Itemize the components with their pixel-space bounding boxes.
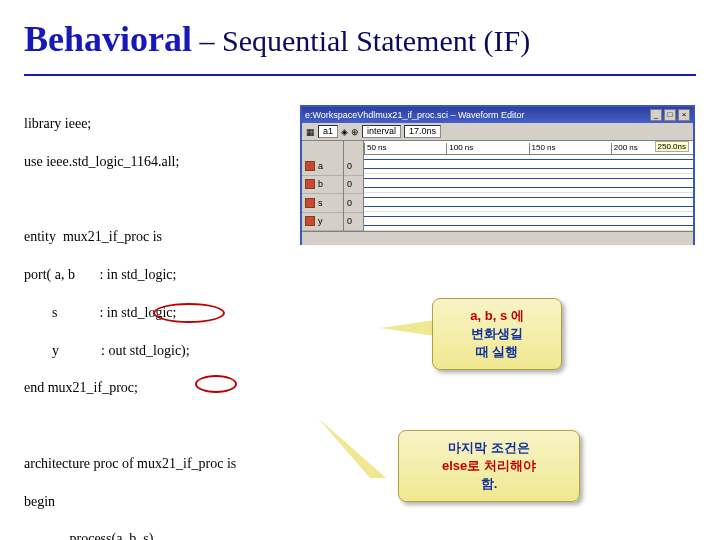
- trace-line: [364, 178, 693, 188]
- callout-line: 함.: [413, 475, 565, 493]
- time-tick: 150 ns: [529, 143, 611, 154]
- highlight-circle-sensitivity: [153, 303, 225, 323]
- title-main: Behavioral: [24, 19, 192, 59]
- callout-line: 때 실행: [447, 343, 547, 361]
- interval-field[interactable]: interval: [362, 125, 401, 138]
- minimize-button[interactable]: _: [650, 109, 662, 121]
- code-line: s : in std_logic;: [24, 304, 696, 323]
- highlight-circle-else: [195, 375, 237, 393]
- waveform-toolbar: ▦ a1 ◈ ⊕ interval 17.0ns: [302, 123, 693, 141]
- waveform-title-text: e:WorkspaceVhdlmux21_if_proc.sci – Wavef…: [305, 110, 525, 120]
- waveform-traces[interactable]: 250.0ns 50 ns 100 ns 150 ns 200 ns: [364, 141, 693, 231]
- callout-line: else로 처리해야: [442, 458, 536, 473]
- signal-value: 0: [344, 157, 363, 176]
- waveform-titlebar: e:WorkspaceVhdlmux21_if_proc.sci – Wavef…: [302, 107, 693, 123]
- signal-names-column: a b s y: [302, 141, 344, 231]
- code-line: process(a, b, s): [24, 530, 696, 540]
- time-ruler: 50 ns 100 ns 150 ns 200 ns: [364, 141, 693, 155]
- time-tick: 100 ns: [446, 143, 528, 154]
- trace-row: [364, 155, 693, 174]
- title-sub: – Sequential Statement (IF): [192, 24, 530, 57]
- signal-value: 0: [344, 213, 363, 232]
- trace-line: [364, 197, 693, 207]
- code-line: end mux21_if_proc;: [24, 379, 696, 398]
- toolbar-icon[interactable]: ⊕: [351, 127, 359, 137]
- trace-row: [364, 193, 693, 212]
- trace-row: [364, 174, 693, 193]
- names-header: [302, 141, 343, 157]
- time-marker: 250.0ns: [655, 141, 689, 152]
- callout-line: 변화생길: [447, 325, 547, 343]
- code-blank: [24, 417, 696, 436]
- slide-title-area: Behavioral – Sequential Statement (IF): [0, 0, 720, 68]
- callout-line: 마지막 조건은: [413, 439, 565, 457]
- time-tick: 50 ns: [364, 143, 446, 154]
- waveform-scrollbar[interactable]: [302, 231, 693, 245]
- signal-name[interactable]: y: [302, 213, 343, 232]
- close-button[interactable]: ×: [678, 109, 690, 121]
- maximize-button[interactable]: □: [664, 109, 676, 121]
- vals-header: [344, 141, 363, 157]
- signal-value: 0: [344, 194, 363, 213]
- signal-name[interactable]: s: [302, 194, 343, 213]
- signal-field[interactable]: a1: [318, 125, 338, 138]
- waveform-editor-window: e:WorkspaceVhdlmux21_if_proc.sci – Wavef…: [300, 105, 695, 245]
- code-line: y : out std_logic);: [24, 342, 696, 361]
- trace-row: [364, 212, 693, 231]
- time-field[interactable]: 17.0ns: [404, 125, 441, 138]
- trace-line: [364, 159, 693, 169]
- signal-name[interactable]: b: [302, 176, 343, 195]
- toolbar-icon[interactable]: ◈: [341, 127, 348, 137]
- signal-values-column: 0 0 0 0: [344, 141, 364, 231]
- window-controls: _ □ ×: [650, 109, 690, 121]
- trace-line: [364, 216, 693, 226]
- callout-tail: [380, 320, 435, 336]
- code-line: port( a, b : in std_logic;: [24, 266, 696, 285]
- code-line: begin: [24, 493, 696, 512]
- callout-else: 마지막 조건은 else로 처리해야 함.: [398, 430, 580, 502]
- signal-value: 0: [344, 176, 363, 195]
- callout-sensitivity: a, b, s 에 변화생길 때 실행: [432, 298, 562, 370]
- callout-line: a, b, s 에: [447, 307, 547, 325]
- waveform-plot: a b s y 0 0 0 0 250.0ns 50 ns 100 ns 150…: [302, 141, 693, 231]
- toolbar-icon[interactable]: ▦: [306, 127, 315, 137]
- signal-name[interactable]: a: [302, 157, 343, 176]
